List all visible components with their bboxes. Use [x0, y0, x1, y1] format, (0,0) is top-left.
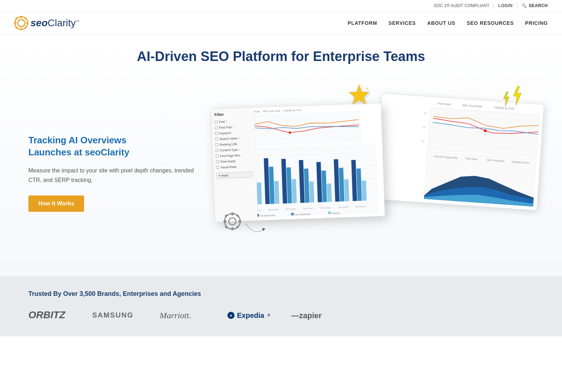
filter-checkbox-keyword[interactable] [215, 132, 218, 135]
svg-text:Wk Ended...: Wk Ended... [320, 206, 332, 209]
svg-rect-60 [292, 179, 297, 203]
apply-label: Apply [221, 174, 228, 177]
svg-text:75: 75 [424, 112, 426, 115]
trusted-title: Trusted By Over 3,500 Brands, Enterprise… [28, 290, 534, 298]
nav-seo-resources[interactable]: SEO RESOURCES [467, 20, 514, 26]
filter-checkbox-first-fold[interactable] [215, 126, 217, 129]
audit-compliance-label: SOC 2® AUDIT COMPLIANT [434, 3, 490, 8]
filter-fold: Fold ℹ [215, 119, 251, 124]
filter-pixel-depth: Pixel Depth [216, 159, 253, 164]
svg-marker-98 [262, 227, 265, 231]
filter-first-fold: First Fold ℹ [215, 125, 251, 130]
brand-marriott: Marriott. [160, 308, 206, 322]
svg-text:Wk Ended...: Wk Ended... [286, 208, 298, 210]
apply-filter-button[interactable]: ▾ Apply [216, 171, 253, 179]
svg-rect-92 [224, 220, 226, 222]
search-label: SEARCH [529, 3, 548, 8]
svg-text:Ranking: Ranking [332, 212, 340, 215]
filter-checkbox-fold[interactable] [215, 121, 217, 123]
filter-checkbox-visual-rank[interactable] [216, 166, 219, 169]
svg-text:Expedia: Expedia [237, 311, 265, 319]
svg-text:Wk Ended...: Wk Ended... [338, 205, 350, 208]
svg-text:ORBITZ: ORBITZ [28, 309, 66, 320]
search-icon: 🔍 [522, 3, 527, 8]
svg-text:—zapier: —zapier [291, 311, 322, 320]
brand-samsung: SAMSUNG [92, 308, 138, 322]
how-it-works-button[interactable]: How It Works [28, 195, 84, 212]
svg-point-89 [229, 218, 236, 225]
svg-marker-13 [513, 86, 521, 106]
svg-rect-66 [327, 183, 332, 202]
brand-logos-row: ORBITZ SAMSUNG Marriott. e Expedia ® [28, 308, 534, 322]
svg-point-1 [18, 20, 25, 27]
logo-trademark: ™ [76, 20, 79, 23]
search-link[interactable]: 🔍 SEARCH [522, 3, 548, 8]
svg-rect-57 [274, 181, 280, 204]
nav-services[interactable]: SERVICES [389, 20, 416, 26]
svg-rect-96 [225, 225, 228, 228]
hero-section: AI-Driven SEO Platform for Enterprise Te… [0, 35, 562, 276]
svg-text:25: 25 [422, 140, 425, 143]
svg-text:Wk Ended...: Wk Ended... [268, 208, 280, 211]
svg-rect-5 [26, 22, 28, 24]
nav-platform[interactable]: PLATFORM [348, 20, 377, 26]
svg-line-12 [366, 88, 368, 90]
brand-orbitz: ORBITZ [28, 308, 71, 322]
main-nav: PLATFORM SERVICES ABOUT US SEO RESOURCES… [348, 20, 548, 26]
svg-rect-54 [257, 182, 262, 204]
svg-text:Wk Ended...: Wk Ended... [356, 205, 368, 208]
logo[interactable]: seoClarity™ [14, 16, 79, 30]
svg-text:e: e [230, 313, 232, 318]
svg-rect-72 [362, 181, 367, 201]
svg-rect-4 [14, 22, 16, 24]
logo-seo: seo [31, 17, 48, 28]
arrow-decoration [244, 222, 265, 238]
filter-checkbox-pixel-depth[interactable] [216, 160, 219, 163]
trusted-section: Trusted By Over 3,500 Brands, Enterprise… [0, 276, 562, 336]
filter-visual-rank: Visual Rank [216, 164, 253, 169]
svg-rect-93 [238, 220, 241, 222]
svg-rect-90 [231, 212, 233, 215]
svg-rect-91 [231, 227, 233, 230]
filter-checkbox-content-type[interactable] [216, 149, 219, 152]
svg-text:50: 50 [423, 126, 425, 129]
svg-text:Wk Ended...: Wk Ended... [303, 207, 315, 210]
hero-dashboard-area: Pixel Rank Wtd. Pixel Rank Visibility by… [206, 84, 534, 248]
svg-rect-63 [309, 181, 314, 202]
svg-marker-10 [349, 85, 369, 104]
svg-text:SAMSUNG: SAMSUNG [92, 311, 133, 319]
filter-checkbox-first-page[interactable] [216, 155, 219, 158]
filter-title: Filter [214, 111, 251, 117]
svg-rect-94 [225, 214, 228, 217]
hero-main-title: AI-Driven SEO Platform for Enterprise Te… [0, 49, 562, 64]
brand-zapier: —zapier [291, 308, 330, 322]
svg-rect-85 [328, 211, 331, 214]
nav-pricing[interactable]: PRICING [525, 20, 548, 26]
hero-subtitle: Tracking AI Overviews Launches at seoCla… [28, 134, 206, 159]
topbar-divider2 [517, 3, 517, 9]
topbar: SOC 2® AUDIT COMPLIANT LOGIN 🔍 SEARCH [0, 0, 562, 12]
svg-rect-69 [344, 180, 349, 201]
brand-expedia: e Expedia ® [227, 310, 270, 321]
lightning-decoration-2 [501, 92, 511, 108]
filter-checkbox-search-intent[interactable] [215, 138, 218, 140]
gear-decoration [224, 212, 241, 232]
site-header: seoClarity™ PLATFORM SERVICES ABOUT US S… [0, 12, 562, 35]
logo-clarity: Clarity [48, 17, 76, 28]
topbar-divider [494, 3, 494, 9]
filter-checkbox-ranking-url[interactable] [215, 143, 218, 146]
filter-first-page: First Page Res. [216, 153, 252, 158]
hero-subtitle-line2: Launches at seoClarity [28, 147, 130, 158]
hero-left: Tracking AI Overviews Launches at seoCla… [28, 134, 206, 212]
hero-description: Measure the impact to your site with pix… [28, 166, 206, 185]
hero-subtitle-line1: Tracking AI Overviews [28, 135, 127, 145]
svg-rect-3 [21, 28, 22, 30]
nav-about[interactable]: ABOUT US [427, 20, 456, 26]
filter-ranking-url: Ranking URL [215, 142, 252, 147]
svg-marker-14 [503, 92, 509, 106]
lightning-decoration-1 [511, 86, 523, 107]
login-link[interactable]: LOGIN [498, 3, 513, 8]
logo-icon [14, 16, 28, 30]
hero-title-wrapper: AI-Driven SEO Platform for Enterprise Te… [0, 49, 562, 78]
svg-rect-83 [291, 213, 294, 216]
